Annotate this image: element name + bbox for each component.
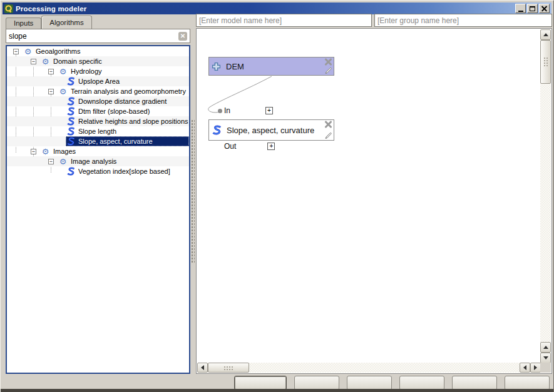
panel-splitter[interactable] xyxy=(190,16,195,374)
algorithm-search-box: ✕ xyxy=(6,29,190,43)
canvas-horizontal-scrollbar[interactable] xyxy=(197,363,541,373)
tree-item-label: Hydrology xyxy=(71,68,102,75)
algorithm-group-gear-icon: ⚙ xyxy=(58,88,68,96)
input-node-label: DEM xyxy=(226,62,244,71)
tree-item-label: Domain specific xyxy=(53,58,102,65)
tree-item-label: Terrain analysis and geomorphometry xyxy=(71,88,186,95)
tree-row-vegetation-index-slope-based-[interactable]: Vegetation index[slope based] xyxy=(7,166,189,176)
canvas-vertical-scrollbar[interactable] xyxy=(540,29,551,363)
minimize-icon xyxy=(518,11,523,12)
tree-row-images[interactable]: − ⚙ Images xyxy=(7,146,189,156)
tree-row-geoalgorithms[interactable]: − ⚙ Geoalgorithms xyxy=(7,46,189,56)
saga-algorithm-icon xyxy=(66,137,75,146)
tree-item-label: Relative heights and slope positions xyxy=(78,118,188,125)
scroll-up-button[interactable] xyxy=(540,29,551,40)
tab-inputs[interactable]: Inputs xyxy=(6,18,41,29)
collapse-toggle[interactable]: − xyxy=(48,89,54,94)
open-button[interactable] xyxy=(347,376,392,390)
algorithm-group-gear-icon: ⚙ xyxy=(58,158,68,166)
tree-item-label: Images xyxy=(53,148,76,155)
maximize-icon xyxy=(530,6,535,11)
clear-search-icon[interactable]: ✕ xyxy=(178,32,187,41)
scroll-left-button[interactable] xyxy=(197,363,208,373)
tree-row-downslope-distance-gradient[interactable]: Downslope distance gradient xyxy=(7,96,189,106)
edit-node-icon[interactable] xyxy=(324,131,333,140)
horizontal-scroll-thumb[interactable] xyxy=(208,363,249,373)
window-title: Processing modeler xyxy=(16,5,87,13)
scrollbar-corner xyxy=(540,363,551,373)
save-as--button[interactable] xyxy=(452,376,497,390)
in-port-row: In + xyxy=(224,106,273,115)
collapse-toggle[interactable]: − xyxy=(48,69,54,74)
algorithm-group-gear-icon: ⚙ xyxy=(41,148,50,156)
save-button[interactable] xyxy=(399,376,444,390)
dialog-button-box xyxy=(234,376,550,390)
model-canvas[interactable]: DEM In + Slope, aspect, curv xyxy=(196,28,552,374)
tab-algorithms[interactable]: Algorithms xyxy=(41,16,91,29)
titlebar[interactable]: Processing modeler xyxy=(3,3,551,14)
algorithm-node-slope-aspect-curvature[interactable]: Slope, aspect, curvature xyxy=(208,119,334,141)
vertical-scroll-thumb[interactable] xyxy=(540,40,551,84)
collapse-toggle[interactable]: − xyxy=(31,59,36,64)
tree-item-label: Upslope Area xyxy=(78,78,120,85)
tree-item-label: Image analysis xyxy=(71,158,116,165)
scroll-down-button[interactable] xyxy=(540,353,551,363)
tree-row-upslope-area[interactable]: Upslope Area xyxy=(7,76,189,86)
delete-node-icon[interactable] xyxy=(324,120,333,129)
in-port-label: In xyxy=(224,106,230,115)
tree-item-label: Dtm filter (slope-based) xyxy=(78,108,150,115)
tree-item-label: Vegetation index[slope based] xyxy=(78,168,170,175)
edit-model-help-button[interactable] xyxy=(234,376,287,390)
algorithm-group-gear-icon: ⚙ xyxy=(23,48,33,56)
in-port-expand-icon[interactable]: + xyxy=(265,107,273,114)
algorithm-tree[interactable]: − ⚙ Geoalgorithms − ⚙ Domain specific − … xyxy=(6,45,190,374)
tree-item-label: Slope length xyxy=(78,128,116,135)
tree-item-label: Downslope distance gradient xyxy=(78,98,167,105)
model-name-input[interactable] xyxy=(196,14,372,27)
tree-row-image-analysis[interactable]: − ⚙ Image analysis xyxy=(7,156,189,166)
left-arrow-icon xyxy=(201,365,204,370)
delete-node-icon[interactable] xyxy=(324,58,333,66)
in-port-dot[interactable] xyxy=(218,109,222,113)
saga-algorithm-icon xyxy=(66,127,75,136)
saga-algorithm-icon xyxy=(66,97,75,106)
run-button[interactable] xyxy=(294,376,339,390)
collapse-toggle[interactable]: − xyxy=(31,149,36,154)
search-input[interactable] xyxy=(9,32,178,41)
close-button[interactable] xyxy=(539,4,550,13)
saga-algorithm-icon xyxy=(212,125,222,135)
tree-row-relative-heights-and-slope-positions[interactable]: Relative heights and slope positions xyxy=(7,116,189,126)
down-arrow-icon xyxy=(543,356,548,359)
out-port-expand-icon[interactable]: + xyxy=(267,143,275,150)
tree-row-domain-specific[interactable]: − ⚙ Domain specific xyxy=(7,56,189,66)
close-button[interactable] xyxy=(505,376,550,390)
scroll-left-button[interactable] xyxy=(520,363,530,373)
saga-algorithm-icon xyxy=(66,77,75,86)
scroll-right-button[interactable] xyxy=(530,363,541,373)
up-arrow-icon xyxy=(543,346,548,349)
left-panel-tabs: Inputs Algorithms xyxy=(6,16,92,29)
group-name-input[interactable] xyxy=(374,14,552,27)
dem-to-in-connection xyxy=(197,29,359,129)
tree-item-label: Geoalgorithms xyxy=(36,48,81,55)
tree-row-terrain-analysis-and-geomorphometry[interactable]: − ⚙ Terrain analysis and geomorphometry xyxy=(7,86,189,96)
processing-modeler-window: Processing modeler Inputs Algorithms ✕ −… xyxy=(0,0,554,392)
tree-item-label: Slope, aspect, curvature xyxy=(78,138,153,145)
minimize-button[interactable] xyxy=(515,4,526,13)
collapse-toggle[interactable]: − xyxy=(48,159,54,164)
tree-row-hydrology[interactable]: − ⚙ Hydrology xyxy=(7,66,189,76)
out-port-label: Out xyxy=(224,142,236,151)
splitter-grip-icon xyxy=(191,119,195,263)
up-arrow-icon xyxy=(543,33,548,36)
collapse-toggle[interactable]: − xyxy=(13,49,19,54)
input-plus-icon xyxy=(212,62,221,71)
maximize-button[interactable] xyxy=(527,4,538,13)
tree-row-slope-length[interactable]: Slope length xyxy=(7,126,189,136)
input-node-dem[interactable]: DEM xyxy=(208,57,334,76)
algorithm-group-gear-icon: ⚙ xyxy=(41,58,50,66)
right-arrow-icon xyxy=(534,365,537,370)
tree-row-slope-aspect-curvature[interactable]: Slope, aspect, curvature xyxy=(7,136,189,146)
tree-row-dtm-filter-slope-based-[interactable]: Dtm filter (slope-based) xyxy=(7,106,189,116)
scroll-up-button[interactable] xyxy=(540,342,551,353)
edit-node-icon[interactable] xyxy=(324,66,333,75)
